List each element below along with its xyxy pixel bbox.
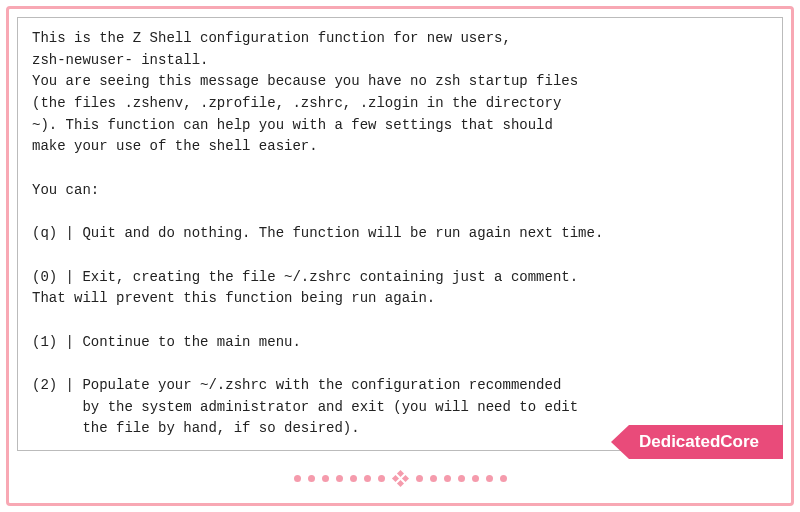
- dots-ornament: [294, 472, 507, 485]
- dot-icon: [322, 475, 329, 482]
- dot-icon: [486, 475, 493, 482]
- terminal-window[interactable]: This is the Z Shell configuration functi…: [17, 17, 783, 451]
- dot-icon: [378, 475, 385, 482]
- dot-icon: [416, 475, 423, 482]
- dot-icon: [350, 475, 357, 482]
- dot-icon: [444, 475, 451, 482]
- terminal-output: This is the Z Shell configuration functi…: [32, 28, 768, 451]
- watermark-label: DedicatedCore: [629, 425, 783, 459]
- dot-icon: [430, 475, 437, 482]
- dot-icon: [472, 475, 479, 482]
- dot-icon: [364, 475, 371, 482]
- watermark-badge: DedicatedCore: [611, 425, 783, 459]
- dot-icon: [294, 475, 301, 482]
- chevron-left-icon: [611, 425, 629, 459]
- dot-icon: [308, 475, 315, 482]
- screenshot-frame: This is the Z Shell configuration functi…: [6, 6, 794, 506]
- dot-icon: [336, 475, 343, 482]
- dot-icon: [500, 475, 507, 482]
- decorative-divider: [17, 459, 783, 497]
- diamond-icon: [394, 472, 407, 485]
- dot-icon: [458, 475, 465, 482]
